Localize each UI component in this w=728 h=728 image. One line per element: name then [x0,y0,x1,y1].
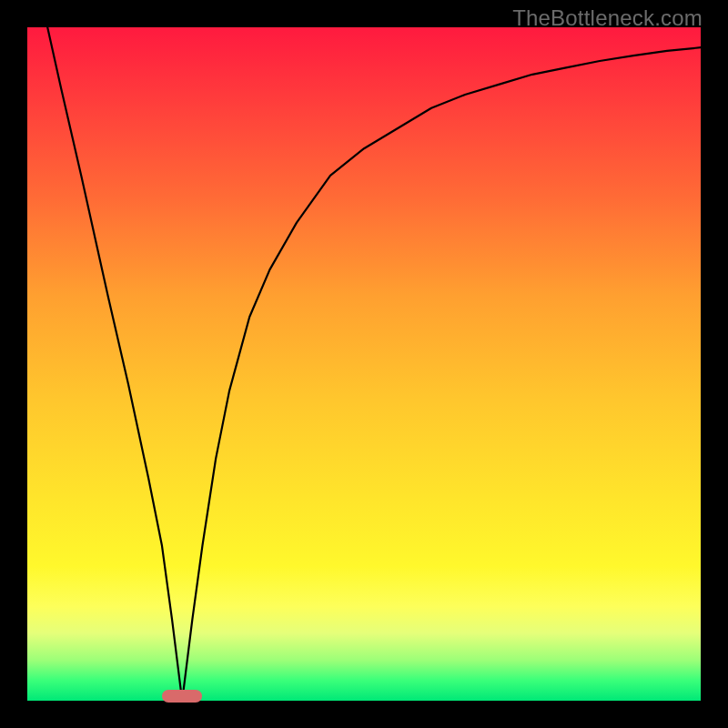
plot-area [27,27,701,701]
curve-svg [27,27,701,701]
bottleneck-curve [47,27,701,701]
chart-frame: TheBottleneck.com [0,0,728,728]
optimal-marker [162,690,202,703]
